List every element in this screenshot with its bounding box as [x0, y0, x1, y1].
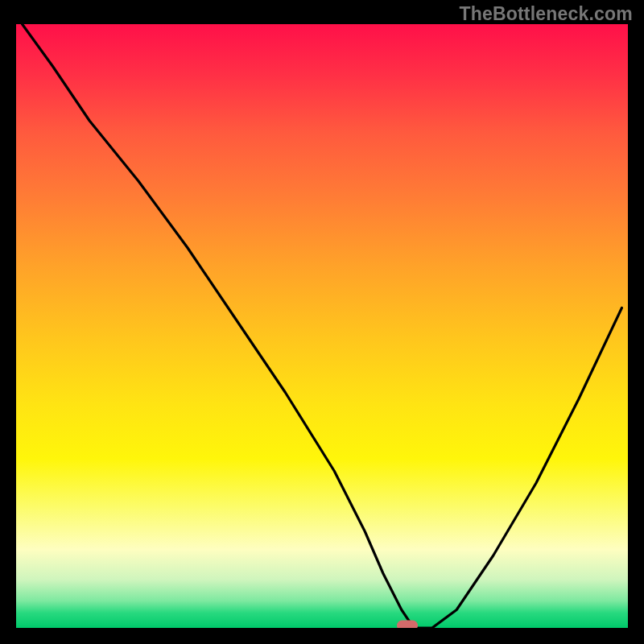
chart-frame: TheBottleneck.com [0, 0, 644, 644]
curve-svg [16, 24, 628, 628]
optimal-marker [397, 621, 418, 629]
bottleneck-curve-line [23, 24, 622, 628]
plot-area [16, 24, 628, 628]
watermark-text: TheBottleneck.com [459, 3, 633, 25]
